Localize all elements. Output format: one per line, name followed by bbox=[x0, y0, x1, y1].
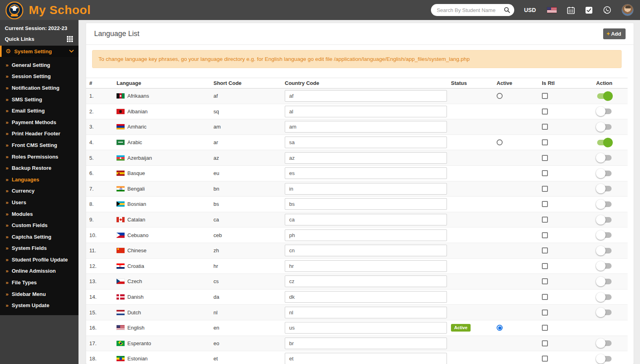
country-code-input[interactable] bbox=[285, 167, 447, 179]
enable-toggle[interactable] bbox=[596, 169, 613, 178]
sidebar-item-sidebar-menu[interactable]: » Sidebar Menu bbox=[0, 288, 78, 300]
sidebar-item-system-fields[interactable]: » System Fields bbox=[0, 243, 78, 254]
sidebar-item-captcha-setting[interactable]: » Captcha Setting bbox=[0, 231, 78, 243]
sidebar-item-users[interactable]: » Users bbox=[0, 197, 78, 208]
is-rtl-checkbox[interactable] bbox=[542, 217, 548, 223]
sidebar-item-notification-setting[interactable]: » Notification Setting bbox=[0, 82, 78, 94]
is-rtl-checkbox[interactable] bbox=[542, 139, 548, 145]
enable-toggle[interactable] bbox=[596, 153, 613, 163]
country-code-input[interactable] bbox=[285, 121, 447, 133]
country-code-input[interactable] bbox=[285, 338, 447, 349]
country-code-input[interactable] bbox=[285, 90, 447, 102]
enable-toggle[interactable] bbox=[596, 246, 613, 255]
todo-list-button[interactable] bbox=[585, 6, 593, 14]
sidebar-item-sms-setting[interactable]: » SMS Setting bbox=[0, 94, 78, 105]
sidebar-item-roles-permissions[interactable]: » Roles Permissions bbox=[0, 151, 78, 163]
country-code-input[interactable] bbox=[285, 152, 447, 164]
country-code-input[interactable] bbox=[285, 276, 447, 287]
sidebar-item-currency[interactable]: » Currency bbox=[0, 185, 78, 197]
country-code-input[interactable] bbox=[285, 307, 447, 318]
enable-toggle[interactable] bbox=[596, 122, 613, 132]
enable-toggle[interactable] bbox=[596, 199, 613, 209]
sidebar-item-label: Users bbox=[12, 199, 26, 205]
currency-selector[interactable]: USD bbox=[524, 7, 536, 13]
sidebar-menu-system-setting[interactable]: ⚙ System Setting bbox=[0, 46, 78, 57]
enable-toggle[interactable] bbox=[596, 292, 613, 302]
calendar-button[interactable] bbox=[567, 6, 575, 14]
row-number: 15. bbox=[86, 310, 113, 316]
is-rtl-checkbox[interactable] bbox=[542, 356, 548, 362]
sidebar-item-general-setting[interactable]: » General Setting bbox=[0, 59, 78, 71]
enable-toggle[interactable] bbox=[596, 308, 613, 317]
sidebar-item-session-setting[interactable]: » Session Setting bbox=[0, 71, 78, 82]
whatsapp-button[interactable] bbox=[603, 6, 611, 14]
country-code-input[interactable] bbox=[285, 322, 447, 334]
is-rtl-checkbox[interactable] bbox=[542, 232, 548, 238]
is-rtl-checkbox[interactable] bbox=[542, 310, 548, 316]
row-number: 18. bbox=[86, 356, 113, 362]
enable-toggle[interactable] bbox=[596, 107, 613, 116]
sidebar-item-backup-restore[interactable]: » Backup Restore bbox=[0, 162, 78, 174]
country-code-input[interactable] bbox=[285, 260, 447, 272]
sidebar-item-print-header-footer[interactable]: » Print Header Footer bbox=[0, 128, 78, 140]
enable-toggle[interactable] bbox=[596, 277, 613, 286]
is-rtl-checkbox[interactable] bbox=[542, 325, 548, 331]
user-avatar[interactable] bbox=[622, 4, 634, 16]
row-number: 4. bbox=[86, 139, 113, 145]
search-icon[interactable] bbox=[504, 7, 510, 13]
country-code-input[interactable] bbox=[285, 214, 447, 225]
country-code-input[interactable] bbox=[285, 353, 447, 364]
sidebar-item-email-setting[interactable]: » Email Setting bbox=[0, 105, 78, 117]
sidebar-item-system-update[interactable]: » System Update bbox=[0, 300, 78, 311]
enable-toggle[interactable] bbox=[596, 215, 613, 225]
is-rtl-checkbox[interactable] bbox=[542, 201, 548, 207]
sidebar-item-label: Captcha Setting bbox=[12, 234, 51, 240]
is-rtl-checkbox[interactable] bbox=[542, 155, 548, 161]
active-radio[interactable] bbox=[497, 325, 503, 331]
active-radio[interactable] bbox=[497, 139, 503, 145]
sidebar-item-payment-methods[interactable]: » Payment Methods bbox=[0, 117, 78, 128]
is-rtl-checkbox[interactable] bbox=[542, 124, 548, 130]
is-rtl-checkbox[interactable] bbox=[542, 340, 548, 346]
search-input[interactable] bbox=[437, 7, 504, 13]
sidebar-item-front-cms-setting[interactable]: » Front CMS Setting bbox=[0, 139, 78, 151]
is-rtl-checkbox[interactable] bbox=[542, 170, 548, 176]
sidebar-item-file-types[interactable]: » File Types bbox=[0, 277, 78, 288]
student-search-box[interactable] bbox=[431, 4, 514, 16]
country-code-input[interactable] bbox=[285, 291, 447, 303]
enable-toggle[interactable] bbox=[596, 261, 613, 271]
double-chevron-right-icon: » bbox=[6, 268, 8, 274]
country-code-input[interactable] bbox=[285, 137, 447, 148]
enable-toggle[interactable] bbox=[596, 354, 613, 364]
is-rtl-checkbox[interactable] bbox=[542, 294, 548, 300]
language-flag-selector[interactable] bbox=[547, 7, 557, 13]
short-code: am bbox=[210, 124, 282, 130]
is-rtl-checkbox[interactable] bbox=[542, 109, 548, 115]
is-rtl-checkbox[interactable] bbox=[542, 186, 548, 192]
sidebar-item-custom-fields[interactable]: » Custom Fields bbox=[0, 219, 78, 231]
is-rtl-checkbox[interactable] bbox=[542, 93, 548, 99]
is-rtl-checkbox[interactable] bbox=[542, 278, 548, 284]
country-code-input[interactable] bbox=[285, 245, 447, 256]
sidebar-item-modules[interactable]: » Modules bbox=[0, 208, 78, 220]
enable-toggle[interactable] bbox=[596, 230, 613, 240]
enable-toggle[interactable] bbox=[596, 338, 613, 348]
sidebar-item-online-admission[interactable]: » Online Admission bbox=[0, 265, 78, 277]
sidebar-item-languages[interactable]: » Languages bbox=[0, 174, 78, 185]
country-flag-icon bbox=[117, 201, 125, 207]
country-code-input[interactable] bbox=[285, 198, 447, 210]
active-radio[interactable] bbox=[497, 93, 503, 99]
sidebar-item-label: Email Setting bbox=[12, 108, 44, 114]
country-code-input[interactable] bbox=[285, 106, 447, 117]
is-rtl-checkbox[interactable] bbox=[542, 263, 548, 269]
enable-toggle[interactable] bbox=[596, 91, 613, 101]
add-language-button[interactable]: +Add bbox=[603, 28, 626, 39]
sidebar-item-student-profile-update[interactable]: » Student Profile Update bbox=[0, 254, 78, 265]
quick-links[interactable]: Quick Links bbox=[0, 33, 78, 46]
country-code-input[interactable] bbox=[285, 183, 447, 195]
country-code-input[interactable] bbox=[285, 229, 447, 241]
is-rtl-checkbox[interactable] bbox=[542, 247, 548, 253]
enable-toggle[interactable] bbox=[596, 184, 613, 193]
enable-toggle[interactable] bbox=[596, 138, 613, 147]
row-number: 9. bbox=[86, 217, 113, 223]
